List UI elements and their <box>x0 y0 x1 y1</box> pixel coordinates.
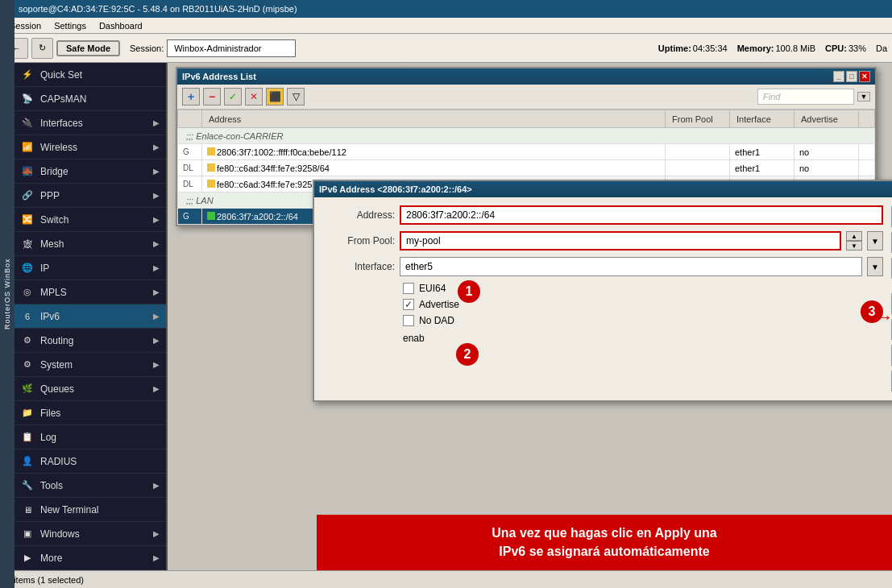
table-row[interactable]: DL fe80::c6ad:34ff:fe7e:9258/64 ether1 n… <box>178 160 875 176</box>
sidebar-item-ppp[interactable]: 🔗 PPP ▶ <box>15 184 166 208</box>
sidebar-item-routing[interactable]: ⚙ Routing ▶ <box>15 329 166 353</box>
extra-cell <box>859 160 875 176</box>
badge-3-label: 3 <box>869 304 876 319</box>
sidebar-item-switch[interactable]: 🔀 Switch ▶ <box>15 208 166 232</box>
list-minimize-btn[interactable]: _ <box>833 71 844 82</box>
sidebar-item-system[interactable]: ⚙ System ▶ <box>15 353 166 377</box>
sidebar-item-capsman[interactable]: 📡 CAPsMAN <box>15 87 166 111</box>
sidebar-item-mesh[interactable]: 🕸 Mesh ▶ <box>15 232 166 256</box>
sidebar-label-mpls: MPLS <box>40 287 67 298</box>
routing-arrow: ▶ <box>153 336 160 345</box>
session-name: Winbox-Administrador <box>174 43 261 53</box>
sidebar-item-log[interactable]: 📋 Log <box>15 425 166 449</box>
mesh-arrow: ▶ <box>153 239 160 248</box>
interface-value: ether5 <box>405 261 433 272</box>
ipv6-list-titlebar[interactable]: IPv6 Address List _ □ ✕ <box>177 68 875 85</box>
ppp-icon: 🔗 <box>21 189 34 202</box>
interface-select[interactable]: ether5 <box>400 257 862 276</box>
title-bar: 🖥 soporte@C4:AD:34:7E:92:5C - 5.48.4 on … <box>0 0 892 18</box>
uptime-info: Uptime: 04:35:34 Memory: 100.8 MiB CPU: … <box>658 43 887 53</box>
address-input[interactable] <box>400 205 883 225</box>
cpu-label: CPU: <box>825 43 847 53</box>
advertise-cell: no <box>795 160 859 176</box>
sidebar-label-radius: RADIUS <box>40 456 77 467</box>
red-banner: Una vez que hagas clic en Apply una IPv6… <box>317 515 892 570</box>
status-bar: 6 items (1 selected) <box>0 570 892 588</box>
table-row[interactable]: G 2806:3f7:1002::ffff:f0ca:bebe/112 ethe… <box>178 144 875 160</box>
delete-btn[interactable]: ✕ <box>245 88 263 106</box>
sidebar-item-files[interactable]: 📁 Files <box>15 401 166 425</box>
sidebar-item-more[interactable]: ▶ More ▶ <box>15 546 166 570</box>
interface-dropdown-btn[interactable]: ▼ <box>867 257 883 276</box>
flag-cell: G <box>178 209 202 225</box>
addr-value: 2806:3f7:a200:2::/64 <box>217 212 298 222</box>
sidebar-label-bridge: Bridge <box>40 166 68 177</box>
sidebar-item-new-terminal[interactable]: 🖥 New Terminal <box>15 498 166 522</box>
badge-3: 3 <box>861 300 883 323</box>
sidebar-label-files: Files <box>40 408 60 419</box>
sidebar-label-log: Log <box>40 432 56 443</box>
sidebar-label-tools: Tools <box>40 480 63 491</box>
sidebar-item-bridge[interactable]: 🌉 Bridge ▶ <box>15 159 166 184</box>
sidebar-item-quick-set[interactable]: ⚡ Quick Set <box>15 63 166 87</box>
sidebar-item-windows[interactable]: ▣ Windows ▶ <box>15 522 166 546</box>
remove-btn[interactable]: − <box>203 88 221 106</box>
interface-form-row: Interface: ether5 ▼ <box>322 257 883 276</box>
sidebar-item-tools[interactable]: 🔧 Tools ▶ <box>15 474 166 498</box>
ipv6-detail-titlebar[interactable]: IPv6 Address <2806:3f7:a200:2::/64> _ ✕ <box>314 181 892 197</box>
safe-mode-button[interactable]: Safe Mode <box>56 40 120 56</box>
add-btn[interactable]: + <box>182 88 200 106</box>
extra-cell <box>859 144 875 160</box>
flag-btn[interactable]: ⬛ <box>266 88 284 106</box>
uptime-value: 04:35:34 <box>693 43 728 53</box>
main-layout: RouterOS WinBox ⚡ Quick Set 📡 CAPsMAN 🔌 … <box>0 63 892 588</box>
list-close-btn[interactable]: ✕ <box>859 71 870 82</box>
enable-label: enab <box>403 333 425 344</box>
scroll-btn[interactable]: ▼ <box>857 92 870 101</box>
from-pool-cell <box>666 160 730 176</box>
enable-text: enab <box>322 333 883 344</box>
uptime-label: Uptime: <box>658 43 691 53</box>
sidebar-label-windows: Windows <box>40 528 80 540</box>
sidebar-item-mpls[interactable]: ◎ MPLS ▶ <box>15 280 166 304</box>
filter-btn[interactable]: ▽ <box>287 88 305 106</box>
from-pool-cell <box>666 144 730 160</box>
switch-icon: 🔀 <box>21 213 34 226</box>
advertise-cell: no <box>795 144 859 160</box>
check-btn[interactable]: ✓ <box>224 88 242 106</box>
from-pool-up-btn[interactable]: ▲ <box>846 231 862 241</box>
advertise-label: Advertise <box>419 299 459 310</box>
banner-line2: IPv6 se asignará automáticamente <box>333 543 876 561</box>
eui64-checkbox[interactable] <box>403 283 414 294</box>
sidebar-item-ip[interactable]: 🌐 IP ▶ <box>15 256 166 280</box>
address-cell: 2806:3f7:1002::ffff:f0ca:bebe/112 <box>202 144 666 160</box>
wireless-icon: 📶 <box>21 141 34 154</box>
find-box[interactable]: Find <box>757 89 854 105</box>
from-pool-down-btn[interactable]: ▼ <box>846 241 862 251</box>
window-controls-list: _ □ ✕ <box>833 71 870 82</box>
session-box[interactable]: Winbox-Administrador <box>167 39 296 57</box>
menu-settings[interactable]: Settings <box>48 18 93 33</box>
list-maximize-btn[interactable]: □ <box>846 71 857 82</box>
sidebar-item-interfaces[interactable]: 🔌 Interfaces ▶ <box>15 111 166 135</box>
col-address: Address <box>202 110 666 128</box>
sidebar-item-queues[interactable]: 🌿 Queues ▶ <box>15 377 166 401</box>
from-pool-select[interactable]: my-pool <box>400 231 841 251</box>
advertise-checkbox[interactable]: ✓ <box>403 299 414 310</box>
status-text: 6 items (1 selected) <box>6 575 84 585</box>
sidebar-item-wireless[interactable]: 📶 Wireless ▶ <box>15 135 166 159</box>
queues-arrow: ▶ <box>153 384 160 393</box>
sidebar-item-ipv6[interactable]: 6 IPv6 ▶ <box>15 304 166 329</box>
refresh-btn[interactable]: ↻ <box>31 38 53 59</box>
find-placeholder: Find <box>763 92 780 101</box>
address-label: Address: <box>322 209 395 221</box>
banner-line1: Una vez que hagas clic en Apply una <box>333 524 876 542</box>
from-pool-dropdown-btn[interactable]: ▼ <box>867 231 883 251</box>
list-toolbar: + − ✓ ✕ ⬛ ▽ Find ▼ <box>177 85 875 110</box>
no-dad-checkbox[interactable] <box>403 315 414 326</box>
quick-set-icon: ⚡ <box>21 68 34 81</box>
flag-cell: DL <box>178 176 202 193</box>
sidebar-item-radius[interactable]: 👤 RADIUS <box>15 449 166 474</box>
menu-dashboard[interactable]: Dashboard <box>93 18 149 33</box>
sidebar-label-interfaces: Interfaces <box>40 118 83 129</box>
